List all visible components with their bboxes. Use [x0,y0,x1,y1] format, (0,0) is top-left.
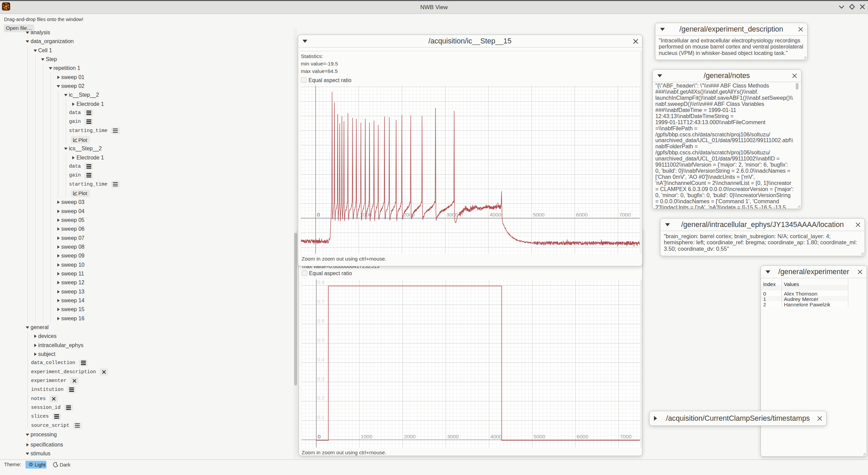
svg-text:4000: 4000 [490,434,502,439]
svg-text:0.7: 0.7 [317,299,325,304]
svg-text:5000: 5000 [534,434,545,439]
svg-text:0: 0 [317,212,320,217]
svg-text:5000: 5000 [533,212,545,217]
svg-text:0.4: 0.4 [317,357,325,362]
svg-text:0.6: 0.6 [317,318,325,324]
svg-text:0.8: 0.8 [317,280,325,285]
svg-text:0: 0 [318,434,321,439]
svg-text:4000: 4000 [489,212,501,217]
svg-text:1000: 1000 [361,434,372,439]
svg-text:6000: 6000 [577,434,589,439]
svg-text:6000: 6000 [576,212,588,217]
svg-text:0.3: 0.3 [317,376,325,382]
svg-text:2000: 2000 [404,434,416,439]
svg-text:7000: 7000 [619,212,631,217]
svg-text:0.2: 0.2 [317,395,325,401]
svg-text:7000: 7000 [620,434,632,439]
svg-text:3000: 3000 [446,212,458,217]
svg-text:0.5: 0.5 [317,337,325,343]
svg-text:3000: 3000 [447,434,459,439]
svg-text:0.1: 0.1 [317,414,325,420]
